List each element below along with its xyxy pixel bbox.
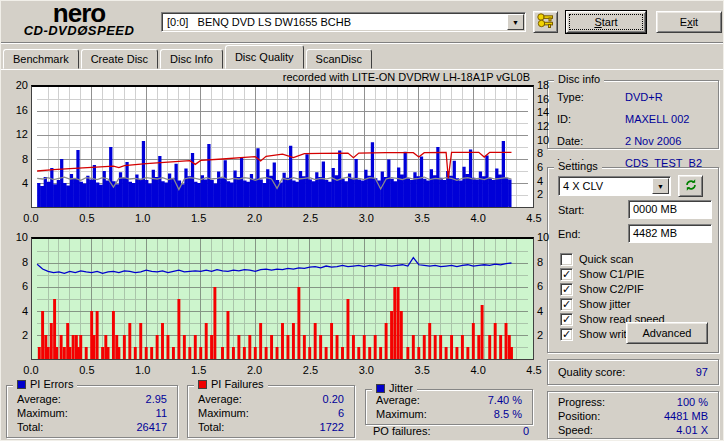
- quality-score-value: 97: [696, 366, 708, 378]
- checkbox-box[interactable]: ✓: [560, 328, 573, 341]
- advanced-button[interactable]: Advanced: [626, 322, 708, 344]
- row-label: Type:: [557, 91, 625, 103]
- checkbox-show-c2-pif[interactable]: ✓Show C2/PIF: [560, 282, 644, 296]
- scan-speed-value: 4 X CLV: [559, 180, 652, 192]
- row-value: 1722: [320, 421, 344, 433]
- row-label: Speed:: [558, 424, 593, 436]
- x-axis-tick: 2.5: [300, 364, 320, 376]
- y-axis-right-tick: 10: [537, 134, 557, 146]
- refresh-icon: [684, 178, 698, 192]
- row-label: ID:: [557, 113, 625, 125]
- checkbox-box[interactable]: ✓: [560, 313, 573, 326]
- checkbox-box[interactable]: [560, 253, 573, 266]
- x-axis-tick: 0.0: [21, 212, 41, 224]
- row-value: 7.40 %: [488, 394, 522, 406]
- x-axis-tick: 2.0: [245, 212, 265, 224]
- pi-errors-legend-swatch: [17, 380, 26, 389]
- keys-icon: [536, 12, 555, 29]
- x-axis-tick: 0.0: [21, 364, 41, 376]
- options-button[interactable]: [533, 11, 558, 33]
- row-progress-: Progress:100 %: [548, 395, 718, 409]
- drive-select[interactable]: [0:0] BENQ DVD LS DW1655 BCHB ▼: [161, 12, 526, 32]
- quality-score-box: Quality score: 97: [547, 359, 719, 385]
- row-average-: Average:7.40 %: [366, 393, 532, 407]
- end-mb-label: End:: [558, 228, 581, 240]
- scan-speed-select[interactable]: 4 X CLV ▼: [558, 176, 671, 196]
- row-label: Maximum:: [17, 407, 68, 419]
- row-label: Total:: [17, 421, 43, 433]
- app-window: nero CD-DVDØSPEED [0:0] BENQ DVD LS DW16…: [0, 0, 724, 441]
- x-axis-tick: 1.5: [189, 212, 209, 224]
- checkbox-show-jitter[interactable]: ✓Show jitter: [560, 297, 630, 311]
- toolbar-separator: [1, 42, 724, 44]
- tab-disc-info[interactable]: Disc Info: [160, 49, 223, 69]
- x-axis-tick: 3.0: [356, 212, 376, 224]
- y-axis-right-tick: 8: [537, 256, 557, 268]
- chevron-down-icon[interactable]: ▼: [507, 14, 524, 30]
- y-axis-left-tick: 4: [3, 177, 28, 189]
- checkbox-box[interactable]: ✓: [560, 283, 573, 296]
- row-value: DVD+R: [625, 91, 663, 103]
- jitter-legend-swatch: [376, 384, 385, 393]
- y-axis-right-tick: 12: [537, 120, 557, 132]
- checkbox-label: Show C1/PIE: [579, 268, 644, 280]
- pi-errors-chart: [31, 85, 534, 208]
- end-mb-field[interactable]: 4482 MB: [628, 224, 712, 243]
- x-axis-tick: 4.0: [468, 212, 488, 224]
- y-axis-left-tick: 2: [3, 329, 28, 341]
- row-label: Average:: [17, 393, 61, 405]
- row-value: 8.5 %: [494, 408, 522, 420]
- x-axis-tick: 0.5: [77, 364, 97, 376]
- quality-score-label: Quality score:: [558, 366, 625, 378]
- start-mb-field[interactable]: 0000 MB: [628, 200, 712, 219]
- y-axis-right-tick: 4: [537, 305, 557, 317]
- pi-failures-rows: Average:0.20Maximum:6Total:1722: [188, 386, 354, 434]
- tab-benchmark[interactable]: Benchmark: [3, 49, 79, 69]
- nero-logo: nero CD-DVDØSPEED: [5, 2, 153, 38]
- row-value: MAXELL 002: [625, 113, 689, 125]
- x-axis-tick: 1.5: [189, 364, 209, 376]
- logo-line1: nero: [5, 2, 153, 24]
- chevron-down-icon[interactable]: ▼: [652, 178, 669, 194]
- refresh-button[interactable]: [678, 175, 703, 197]
- checkbox-label: Quick scan: [579, 253, 633, 265]
- row-label: Average:: [376, 394, 420, 406]
- y-axis-right-tick: 2: [537, 329, 557, 341]
- checkbox-box[interactable]: ✓: [560, 298, 573, 311]
- checkbox-show-c1-pie[interactable]: ✓Show C1/PIE: [560, 267, 644, 281]
- progress-box: Progress:100 %Position:4481 MBSpeed:4.01…: [547, 391, 719, 439]
- start-button[interactable]: Start: [566, 11, 646, 33]
- start-mb-label: Start:: [558, 204, 584, 216]
- x-axis-tick: 1.0: [133, 212, 153, 224]
- checkbox-label: Show C2/PIF: [579, 283, 644, 295]
- chart-title: recorded with LITE-ON DVDRW LH-18A1P vGL…: [31, 71, 534, 83]
- row-value: 11: [156, 407, 167, 419]
- tab-bar: BenchmarkCreate DiscDisc InfoDisc Qualit…: [3, 46, 374, 69]
- pi-failures-legend-swatch: [198, 380, 207, 389]
- row-maximum-: Maximum:6: [188, 406, 354, 420]
- jitter-rows: Average:7.40 %Maximum:8.5 %: [366, 390, 532, 421]
- y-axis-left-tick: 12: [3, 128, 28, 140]
- row-position-: Position:4481 MB: [548, 409, 718, 423]
- logo-line2: CD-DVDØSPEED: [5, 24, 153, 38]
- exit-button[interactable]: Exit: [656, 11, 722, 33]
- settings-title: Settings: [554, 160, 602, 172]
- x-axis-tick: 4.5: [524, 364, 544, 376]
- pi-errors-title: PI Errors: [30, 378, 73, 390]
- row-total-: Total:26417: [7, 420, 177, 434]
- tab-create-disc[interactable]: Create Disc: [81, 49, 158, 69]
- row-id-: ID:MAXELL 002: [548, 108, 718, 130]
- y-axis-right-tick: 18: [537, 79, 557, 91]
- tab-scandisc[interactable]: ScanDisc: [306, 49, 372, 69]
- checkbox-box[interactable]: ✓: [560, 268, 573, 281]
- y-axis-right-tick: 16: [537, 93, 557, 105]
- tab-disc-quality[interactable]: Disc Quality: [225, 45, 304, 69]
- row-value: 2.95: [146, 393, 167, 405]
- y-axis-right-tick: 6: [537, 161, 557, 173]
- row-value: 100 %: [677, 396, 708, 408]
- y-axis-right-tick: 8: [537, 147, 557, 159]
- row-value: 6: [338, 407, 344, 419]
- checkbox-quick-scan[interactable]: Quick scan: [560, 252, 633, 266]
- row-value: 26417: [136, 421, 167, 433]
- x-axis-tick: 2.5: [300, 212, 320, 224]
